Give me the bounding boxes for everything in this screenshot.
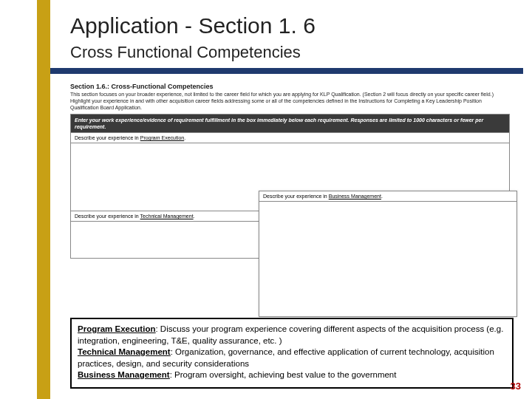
def-technical-management: Technical Management: Organization, gove… [78, 347, 506, 369]
page-title: Application - Section 1. 6 [70, 13, 316, 38]
overlay-business-management: Describe your experience in Business Man… [259, 191, 517, 317]
form-instruction-box: Enter your work experience/evidence of r… [70, 114, 510, 133]
page-number: 33 [511, 381, 521, 392]
prompt-business-management: Describe your experience in Business Man… [259, 191, 516, 202]
def-program-execution: Program Execution: Discuss your program … [78, 324, 506, 347]
def-business-management: Business Management: Program oversight, … [78, 369, 506, 381]
input-business-management[interactable] [259, 202, 516, 316]
header: Application - Section 1. 6 Cross Functio… [70, 13, 316, 62]
header-divider [50, 68, 523, 74]
footer-definitions: Program Execution: Discuss your program … [70, 318, 514, 389]
prompt-program-execution: Describe your experience in Program Exec… [70, 133, 510, 143]
form-section-title: Section 1.6.: Cross-Functional Competenc… [70, 83, 510, 90]
left-accent-bar [37, 0, 50, 399]
form-section-description: This section focuses on your broader exp… [70, 92, 510, 111]
page-subtitle: Cross Functional Competencies [70, 43, 316, 62]
